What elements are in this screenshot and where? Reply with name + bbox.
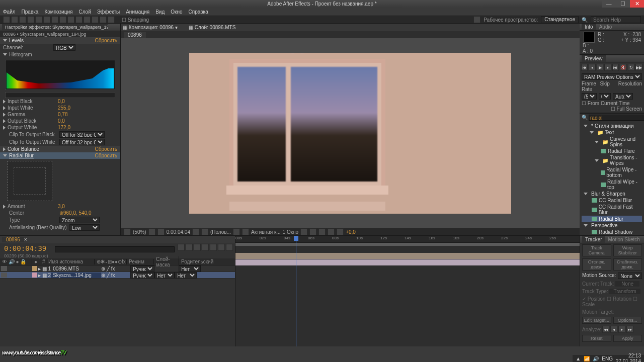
- loop-icon[interactable]: ↻: [628, 64, 634, 71]
- viewer[interactable]: ⌐═ ℂʘ: [121, 38, 580, 228]
- shy-icon[interactable]: [186, 244, 193, 251]
- timeline-tab[interactable]: 00896: [2, 237, 24, 242]
- comp-preview[interactable]: ⌐═ ℂʘ: [189, 53, 511, 214]
- comp-subtab[interactable]: 00896: [124, 32, 146, 38]
- tracker-tab[interactable]: Tracker: [582, 236, 605, 243]
- grid-icon[interactable]: [157, 228, 165, 235]
- effect-controls-tab[interactable]: Настройки эффектов: Skyscrapers_wallpape…: [2, 24, 108, 30]
- radial-blur-effect[interactable]: Radial Blur: [582, 216, 642, 222]
- menu-effects[interactable]: Эффекты: [97, 9, 120, 15]
- close-button[interactable]: ✕: [630, 0, 644, 8]
- frame-blend-icon[interactable]: [194, 244, 201, 251]
- transparency-icon[interactable]: [242, 228, 249, 235]
- ram-preview-icon[interactable]: ▶▶: [635, 64, 642, 71]
- snapping-label[interactable]: ☐ Snapping: [122, 17, 149, 23]
- lang-indicator[interactable]: ENG: [602, 356, 613, 361]
- exposure-value[interactable]: +0,0: [346, 229, 356, 235]
- channel-select[interactable]: RGB: [53, 44, 75, 51]
- snapshot-icon[interactable]: [192, 228, 199, 235]
- time-ruler[interactable]: 00s 02s 04s 06s 08s 10s 12s 14s 16s 18s …: [235, 236, 580, 243]
- menubar: Файл Правка Композиция Слой Эффекты Аним…: [0, 8, 644, 16]
- radial-blur-preview[interactable]: [7, 161, 52, 201]
- puppet-tool-icon[interactable]: [108, 16, 115, 23]
- eraser-tool-icon[interactable]: [92, 16, 99, 23]
- menu-help[interactable]: Справка: [189, 9, 208, 15]
- camera-tool-icon[interactable]: [35, 16, 42, 23]
- maximize-button[interactable]: ☐: [616, 0, 630, 8]
- brush-tool-icon[interactable]: [75, 16, 83, 23]
- auto-keyframe-icon[interactable]: [226, 244, 233, 251]
- layer-bar-2[interactable]: [235, 259, 580, 265]
- layer-row-2[interactable]: ▸ ▦ 2 Skyscra...194.jpg ⊕ ╱ fx Ручное Не…: [0, 272, 235, 279]
- graph-editor-icon[interactable]: [210, 244, 217, 251]
- layer-bar-1[interactable]: [235, 253, 580, 259]
- pen-tool-icon[interactable]: [59, 16, 66, 23]
- first-frame-icon[interactable]: ⏮: [581, 64, 588, 71]
- camera-select[interactable]: Активная к...: [251, 229, 281, 235]
- motion-blur-icon[interactable]: [202, 244, 209, 251]
- color-balance-header[interactable]: Color Balance Сбросить: [0, 146, 120, 152]
- selection-tool-icon[interactable]: [3, 16, 10, 23]
- timeline-tracks[interactable]: 00s 02s 04s 06s 08s 10s 12s 14s 16s 18s …: [235, 236, 580, 346]
- network-icon[interactable]: 📶: [584, 356, 590, 361]
- resolution-icon[interactable]: [148, 228, 155, 235]
- menu-edit[interactable]: Правка: [22, 9, 39, 15]
- menu-file[interactable]: Файл: [3, 9, 16, 15]
- layer-tab[interactable]: ▦ Слой: 00896.MTS: [189, 25, 235, 30]
- fast-preview-icon[interactable]: [309, 228, 316, 235]
- search-help-input[interactable]: [591, 16, 641, 23]
- pan-behind-tool-icon[interactable]: [43, 16, 50, 23]
- timeline-icon[interactable]: [318, 228, 326, 235]
- menu-layer[interactable]: Слой: [78, 9, 91, 15]
- levels-effect-header[interactable]: Levels Сбросить: [0, 37, 120, 44]
- rotate-tool-icon[interactable]: [27, 16, 34, 23]
- zoom-tool-icon[interactable]: [19, 16, 26, 23]
- last-frame-icon[interactable]: ⏭: [612, 64, 619, 71]
- volume-icon[interactable]: 🔊: [593, 356, 599, 361]
- current-timecode[interactable]: 0:00:04:39: [0, 243, 52, 253]
- view-layout[interactable]: 1 Окно: [283, 229, 299, 235]
- preview-tab[interactable]: Preview: [582, 55, 606, 62]
- comp-mini-icon[interactable]: [178, 244, 185, 251]
- layer-row-1[interactable]: ▸ ▦ 1 00896.MTS ⊕ ╱ fx Ручное Нет: [0, 265, 235, 272]
- hand-tool-icon[interactable]: [11, 16, 18, 23]
- clone-tool-icon[interactable]: [84, 16, 91, 23]
- eye-icon[interactable]: [1, 273, 7, 278]
- exposure-reset-icon[interactable]: [337, 228, 344, 235]
- info-tab[interactable]: Info: [582, 24, 596, 30]
- play-icon[interactable]: ▶: [597, 64, 603, 71]
- brainstorm-icon[interactable]: [218, 244, 225, 251]
- playhead[interactable]: [296, 236, 296, 346]
- mute-icon[interactable]: 🔇: [620, 64, 626, 71]
- menu-window[interactable]: Окно: [171, 9, 182, 15]
- chat-icon[interactable]: [473, 16, 480, 23]
- viewer-timecode[interactable]: 0:00:04:04: [167, 229, 190, 235]
- roto-tool-icon[interactable]: [100, 16, 107, 23]
- tray-icon[interactable]: ▲: [576, 356, 581, 361]
- prev-frame-icon[interactable]: ◂: [589, 64, 595, 71]
- radial-blur-header[interactable]: Radial Blur Сбросить: [0, 152, 120, 159]
- effects-search-input[interactable]: [589, 115, 644, 121]
- toolbar: ☐ Snapping Рабочее пространство: Стандар…: [0, 16, 644, 24]
- shape-tool-icon[interactable]: [51, 16, 58, 23]
- zoom-level[interactable]: (50%): [133, 229, 146, 235]
- next-frame-icon[interactable]: ▸: [604, 64, 611, 71]
- comp-tab[interactable]: ▦ Композиция: 00896 ▾: [123, 25, 178, 30]
- roi-icon[interactable]: [233, 228, 240, 235]
- menu-animation[interactable]: Анимация: [126, 9, 149, 15]
- menu-view[interactable]: Вид: [155, 9, 165, 15]
- flowchart-icon[interactable]: [328, 228, 335, 235]
- always-preview-icon[interactable]: [124, 228, 131, 235]
- workspace-select[interactable]: Стандартное: [541, 16, 579, 23]
- layer-search[interactable]: [55, 246, 175, 252]
- channel-icon[interactable]: [201, 228, 208, 235]
- levels-slider[interactable]: [5, 92, 115, 98]
- eye-icon[interactable]: [1, 266, 7, 271]
- histogram[interactable]: [5, 60, 115, 90]
- text-tool-icon[interactable]: [67, 16, 74, 23]
- resolution-select[interactable]: (Полов...: [210, 229, 231, 235]
- minimize-button[interactable]: —: [602, 0, 616, 8]
- composition-panel: ▦ Композиция: 00896 ▾ ▦ Слой: 00896.MTS …: [121, 24, 580, 235]
- menu-composition[interactable]: Композиция: [44, 9, 72, 15]
- pixel-aspect-icon[interactable]: [300, 228, 307, 235]
